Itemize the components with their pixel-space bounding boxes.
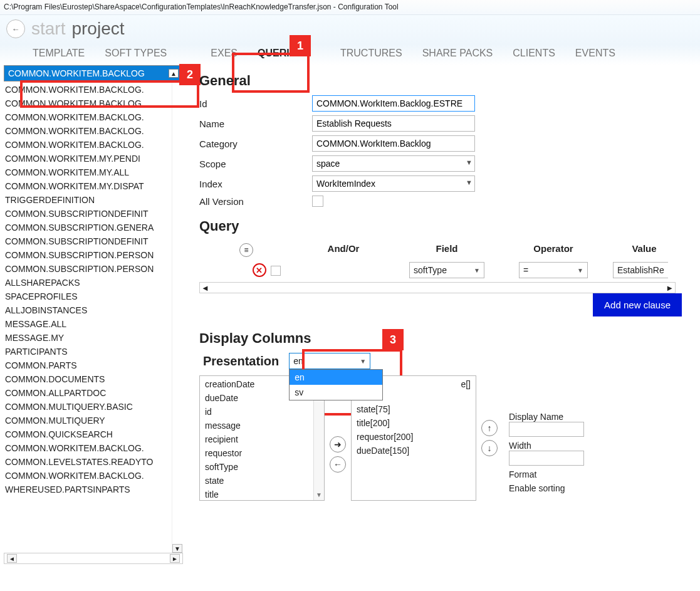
presentation-language-value: en — [293, 356, 303, 366]
category-field[interactable] — [312, 135, 475, 152]
scope-value[interactable] — [312, 155, 475, 172]
query-horizontal-scrollbar[interactable]: ◄ ► — [199, 282, 676, 293]
sidebar-item[interactable]: TRIGGERDEFINITION — [4, 193, 172, 207]
column-header-operator: Operator — [500, 243, 607, 257]
list-item[interactable]: state[75] — [352, 402, 476, 416]
sidebar-item[interactable]: MESSAGE.MY — [4, 331, 172, 345]
clause-field-select[interactable]: softType▼ — [409, 262, 484, 278]
tab-clients[interactable]: CLIENTS — [511, 45, 556, 61]
sidebar-selected-header[interactable]: COMMON.WORKITEM.BACKLOG ▲ — [4, 65, 183, 81]
sidebar-item[interactable]: COMMON.WORKITEM.BACKLOG. — [4, 83, 172, 97]
section-heading-display-columns: Display Columns — [199, 330, 700, 347]
sidebar-item[interactable]: COMMON.WORKITEM.BACKLOG. — [4, 124, 172, 138]
sidebar-item[interactable]: COMMON.WORKITEM.BACKLOG. — [4, 110, 172, 124]
sidebar-item[interactable]: COMMON.MULTIQUERY — [4, 414, 172, 427]
section-heading-general: General — [199, 73, 700, 89]
display-name-field[interactable] — [509, 422, 584, 437]
tab-soft-types[interactable]: SOFT TYPES — [103, 45, 168, 61]
move-down-button[interactable]: ↓ — [481, 440, 498, 456]
list-item[interactable]: dueDate[150] — [352, 444, 476, 458]
presentation-language-dropdown[interactable]: en sv — [289, 369, 383, 400]
window-title: C:\Program Files\Eurostep\ShareAspace\Co… — [0, 0, 700, 15]
sidebar-item[interactable]: COMMON.MULTIQUERY.BASIC — [4, 400, 172, 414]
column-header-field: Field — [394, 243, 500, 257]
label-id: Id — [199, 98, 312, 109]
sidebar-item[interactable]: WHEREUSED.PARTSINPARTS — [4, 483, 172, 496]
label-scope: Scope — [199, 159, 312, 169]
sidebar-item[interactable]: COMMON.SUBSCRIPTIONDEFINIT — [4, 234, 172, 248]
sidebar-item[interactable]: COMMON.ALLPARTDOC — [4, 386, 172, 400]
scroll-right-icon[interactable]: ► — [170, 554, 180, 563]
column-header-andor: And/Or — [293, 243, 394, 257]
sidebar-item[interactable]: PARTICIPANTS — [4, 345, 172, 358]
move-up-button[interactable]: ↑ — [481, 420, 498, 436]
sidebar-item[interactable]: COMMON.WORKITEM.BACKLOG. — [4, 469, 172, 483]
sidebar-item[interactable]: COMMON.WORKITEM.BACKLOG. — [4, 138, 172, 152]
sidebar-item[interactable]: COMMON.WORKITEM.MY.DISPAT — [4, 179, 172, 193]
scroll-left-icon[interactable]: ◄ — [7, 554, 17, 563]
index-select[interactable]: ▼ — [312, 175, 475, 192]
back-button[interactable]: ← — [6, 19, 25, 38]
breadcrumb-start[interactable]: start — [31, 19, 65, 39]
clause-operator-select[interactable]: =▼ — [519, 262, 588, 278]
label-enable-sorting: Enable sorting — [509, 483, 584, 493]
tab-events[interactable]: EVENTS — [574, 45, 617, 61]
sidebar-item[interactable]: COMMON.WORKITEM.MY.ALL — [4, 165, 172, 179]
tab-share-packs[interactable]: SHARE PACKS — [421, 45, 494, 61]
menu-icon[interactable]: ≡ — [239, 243, 253, 257]
sidebar-item[interactable]: COMMON.WORKITEM.BACKLOG. — [4, 97, 172, 110]
list-item[interactable]: title[200] — [352, 416, 476, 430]
sidebar-item[interactable]: COMMON.WORKITEM.MY.PENDI — [4, 152, 172, 165]
delete-clause-button[interactable]: ✕ — [253, 263, 266, 277]
scroll-right-icon[interactable]: ► — [666, 283, 674, 293]
all-version-checkbox[interactable] — [312, 196, 323, 207]
presentation-language-select[interactable]: en ▼ en sv — [289, 353, 370, 369]
clause-checkbox[interactable] — [271, 266, 281, 276]
presentation-label: Presentation — [203, 354, 279, 369]
chevron-down-icon: ▼ — [474, 267, 480, 274]
sidebar-item[interactable]: SPACEPROFILES — [4, 290, 172, 303]
list-item[interactable]: state — [200, 474, 324, 488]
sidebar-item[interactable]: MESSAGE.ALL — [4, 317, 172, 331]
lang-option-sv[interactable]: sv — [290, 385, 382, 400]
lang-option-en[interactable]: en — [290, 370, 382, 385]
sidebar-item[interactable]: ALLSHAREPACKS — [4, 276, 172, 290]
sidebar-list[interactable]: COMMON.WORKITEM.BACKLOG.COMMON.WORKITEM.… — [4, 81, 172, 553]
sidebar-item[interactable]: COMMON.QUICKSEARCH — [4, 427, 172, 441]
clause-value-input[interactable]: EstablishRe — [613, 262, 668, 278]
list-item[interactable]: title — [200, 488, 324, 501]
label-display-name: Display Name — [509, 412, 584, 422]
index-value[interactable] — [312, 175, 475, 192]
sidebar-item[interactable]: COMMON.SUBSCRIPTION.GENERA — [4, 221, 172, 234]
list-item[interactable]: softType — [200, 460, 324, 474]
width-field[interactable] — [509, 451, 584, 466]
sidebar-selected-label: COMMON.WORKITEM.BACKLOG — [8, 68, 145, 78]
sidebar-item[interactable]: ALLJOBINSTANCES — [4, 303, 172, 317]
scope-select[interactable]: ▼ — [312, 155, 475, 172]
sidebar-item[interactable]: COMMON.WORKITEM.BACKLOG. — [4, 441, 172, 455]
scroll-down-icon[interactable]: ▼ — [172, 544, 182, 553]
sidebar-item[interactable]: COMMON.PARTS — [4, 358, 172, 372]
tab-structures[interactable]: TRUCTURES — [321, 45, 404, 61]
breadcrumb-project[interactable]: project — [71, 19, 124, 39]
name-field[interactable] — [312, 115, 475, 132]
move-right-button[interactable]: ➜ — [330, 436, 346, 452]
sidebar-item[interactable]: COMMON.LEVELSTATES.READYTO — [4, 455, 172, 469]
sidebar-item[interactable]: COMMON.DOCUMENTS — [4, 372, 172, 386]
add-clause-button[interactable]: Add new clause — [593, 293, 682, 316]
chevron-up-icon[interactable]: ▲ — [169, 69, 179, 78]
tab-template[interactable]: TEMPLATE — [31, 45, 86, 61]
list-item[interactable]: requestor — [200, 446, 324, 460]
move-left-button[interactable]: ← — [330, 456, 346, 473]
list-item[interactable]: requestor[200] — [352, 430, 476, 444]
list-item[interactable]: recipient — [200, 432, 324, 446]
list-item[interactable]: id — [200, 405, 324, 419]
id-field[interactable] — [312, 95, 475, 112]
list-item[interactable]: message — [200, 419, 324, 432]
scroll-left-icon[interactable]: ◄ — [201, 283, 209, 293]
sidebar-item[interactable]: COMMON.SUBSCRIPTION.PERSON — [4, 248, 172, 262]
sidebar-item[interactable]: COMMON.SUBSCRIPTIONDEFINIT — [4, 207, 172, 221]
sidebar-item[interactable]: COMMON.SUBSCRIPTION.PERSON — [4, 262, 172, 276]
tab-indexes[interactable]: EXES — [185, 45, 239, 61]
sidebar-horizontal-scrollbar[interactable]: ◄ ► — [4, 553, 183, 564]
